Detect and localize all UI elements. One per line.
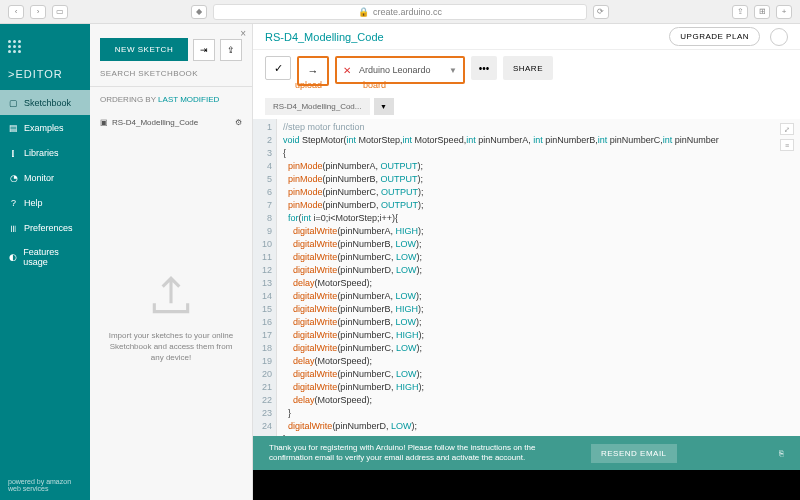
project-title: RS-D4_Modelling_Code [265, 31, 659, 43]
verify-button[interactable]: ✓ [265, 56, 291, 80]
upload-icon[interactable]: ⇪ [220, 39, 242, 61]
expand-icon[interactable]: ⤢ [780, 123, 794, 135]
folder-icon: ▣ [100, 118, 108, 127]
sketchbook-panel: × NEW SKETCH ⇥ ⇪ SEARCH SKETCHBOOK ORDER… [90, 24, 253, 500]
share-button[interactable]: SHARE [503, 56, 553, 80]
editor-tab[interactable]: RS-D4_Modelling_Cod... [265, 98, 370, 115]
aws-badge: powered by amazon web services [0, 470, 90, 500]
code-editor[interactable]: 1234567891011121314151617181920212223242… [253, 119, 800, 436]
url-bar[interactable]: 🔒 create.arduino.cc [213, 4, 586, 20]
lock-icon: 🔒 [358, 7, 369, 17]
verify-email-banner: Thank you for registering with Arduino! … [253, 436, 800, 470]
import-icon[interactable]: ⇥ [193, 39, 215, 61]
help-icon: ? [8, 197, 19, 208]
search-input[interactable]: SEARCH SKETCHBOOK [90, 69, 252, 87]
file-name: RS-D4_Modelling_Code [112, 118, 198, 127]
browser-chrome: ‹ › ▭ ◆ 🔒 create.arduino.cc ⟳ ⇪ ⊞ + [0, 0, 800, 24]
editor-label: >EDITOR [0, 62, 90, 90]
close-icon[interactable]: × [240, 28, 246, 39]
tab-dropdown[interactable]: ▼ [374, 98, 394, 115]
sidebar-item-help[interactable]: ?Help [0, 190, 90, 215]
book-icon: ▤ [8, 122, 19, 133]
forward-button[interactable]: › [30, 5, 46, 19]
resend-email-button[interactable]: RESEND EMAIL [591, 444, 677, 463]
lib-icon: ⫿ [8, 147, 19, 158]
import-help-text: Import your sketches to your online Sket… [108, 330, 234, 364]
sketch-file-item[interactable]: ▣ RS-D4_Modelling_Code ⚙ [90, 112, 252, 133]
sidebar-item-libraries[interactable]: ⫿Libraries [0, 140, 90, 165]
board-error-icon: ✕ [339, 65, 355, 76]
toolbar: ✓ → ✕ Arduino Leonardo ▼ ••• SHARE uploa… [253, 50, 800, 94]
board-selector[interactable]: ✕ Arduino Leonardo ▼ [335, 56, 465, 84]
copy-icon[interactable]: ⎘ [779, 449, 784, 458]
sidebar-item-sketchbook[interactable]: ▢Sketchbook [0, 90, 90, 115]
fold-icon[interactable]: ≡ [780, 139, 794, 151]
console[interactable] [253, 470, 800, 500]
banner-text: Thank you for registering with Arduino! … [269, 443, 579, 464]
sidebar: >EDITOR ▢Sketchbook▤Examples⫿Libraries◔M… [0, 24, 90, 500]
annotation-upload: upload [295, 80, 322, 90]
chevron-down-icon: ▼ [445, 66, 461, 75]
prefs-icon: ⫼ [8, 222, 19, 233]
monitor-icon: ◔ [8, 172, 19, 183]
back-button[interactable]: ‹ [8, 5, 24, 19]
main-area: RS-D4_Modelling_Code UPGRADE PLAN ✓ → ✕ … [253, 24, 800, 500]
sidebar-item-monitor[interactable]: ◔Monitor [0, 165, 90, 190]
upgrade-button[interactable]: UPGRADE PLAN [669, 27, 760, 46]
app-logo [0, 32, 90, 62]
annotation-board: board [363, 80, 386, 90]
new-sketch-button[interactable]: NEW SKETCH [100, 38, 188, 61]
gear-icon[interactable]: ⚙ [235, 118, 242, 127]
gauge-icon: ◐ [8, 252, 18, 263]
tabs-button[interactable]: ⊞ [754, 5, 770, 19]
url-text: create.arduino.cc [373, 7, 442, 17]
sidebar-item-examples[interactable]: ▤Examples [0, 115, 90, 140]
more-button[interactable]: ••• [471, 56, 497, 80]
new-tab-button[interactable]: + [776, 5, 792, 19]
share-button[interactable]: ⇪ [732, 5, 748, 19]
sidebar-button[interactable]: ▭ [52, 5, 68, 19]
import-illustration-icon [146, 270, 196, 320]
sketch-icon: ▢ [8, 97, 19, 108]
sidebar-item-preferences[interactable]: ⫼Preferences [0, 215, 90, 240]
avatar[interactable] [770, 28, 788, 46]
board-name: Arduino Leonardo [355, 65, 445, 75]
shield-icon[interactable]: ◆ [191, 5, 207, 19]
ordering-label[interactable]: ORDERING BY LAST MODIFIED [90, 87, 252, 112]
sidebar-item-features-usage[interactable]: ◐Features usage [0, 240, 90, 274]
refresh-button[interactable]: ⟳ [593, 5, 609, 19]
